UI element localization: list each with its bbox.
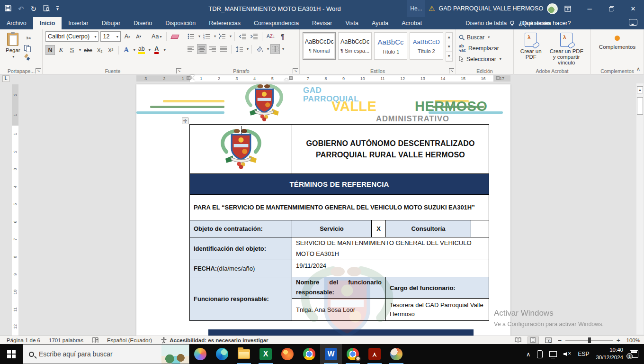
multilevel-list-icon[interactable] [217,31,227,41]
table-move-handle[interactable]: ✛ [182,118,188,124]
style-normal[interactable]: AaBbCcDc ¶ Normal [303,32,336,60]
taskbar-firefox[interactable] [277,344,298,364]
bold-button[interactable]: N [45,45,55,55]
subscript-button[interactable]: X₂ [95,45,105,55]
select-button[interactable]: Seleccionar▾ [459,54,510,64]
minimize-button[interactable]: ─ [579,0,600,17]
align-center-icon[interactable] [197,44,206,54]
borders-icon[interactable] [270,44,280,54]
font-dialog-launcher[interactable]: ↘ [176,68,181,73]
document-canvas[interactable]: 21 123456789101112 [0,82,644,336]
collapse-ribbon-icon[interactable]: ∧ [636,66,640,72]
language-indicator[interactable]: Español (Ecuador) [107,337,152,343]
taskbar-acrobat[interactable]: ⋏ [364,344,385,364]
table-column-marker[interactable] [289,76,293,80]
taskbar-excel[interactable]: X [255,344,277,364]
scrollbar-thumb[interactable] [637,97,643,115]
text-effects-dropdown-icon[interactable]: ▾ [134,48,135,52]
tdr-table[interactable]: GOBIERNO AUTÓNOMO DESCENTRALIZADO PARROQ… [189,124,489,321]
tab-diseno-de-tabla[interactable]: Diseño de tabla [459,17,513,29]
tab-inicio[interactable]: Inicio [33,17,62,29]
italic-button[interactable]: K [56,45,66,55]
create-pdf-button[interactable]: Crear un PDF [517,31,545,67]
tab-ayuda[interactable]: Ayuda [365,17,395,29]
addins-button[interactable]: Complementos [594,31,641,51]
justify-icon[interactable] [219,44,228,54]
close-button[interactable]: ✕ [622,0,644,17]
taskbar-chrome-profile[interactable] [342,344,364,364]
print-preview-icon[interactable] [43,5,50,12]
indent-marker[interactable] [190,75,195,82]
restore-button[interactable] [600,0,622,17]
styles-scroll-up-icon[interactable]: ▲ [446,33,452,42]
font-color-button[interactable]: A [152,45,161,55]
grow-font-button[interactable]: A▴ [123,32,132,42]
show-marks-icon[interactable]: ¶ [278,31,287,41]
change-case-button[interactable]: Aa▾ [151,32,163,42]
tab-disposicion[interactable]: Disposición [159,17,202,29]
ribbon-display-options-icon[interactable] [557,0,579,17]
replace-button[interactable]: ab⤷ac Reemplazar [459,43,510,53]
redo-icon[interactable]: ↻ [31,5,37,12]
tab-revisar[interactable]: Revisar [305,17,339,29]
tab-vista[interactable]: Vista [339,17,365,29]
underline-dropdown-icon[interactable]: ▾ [79,48,81,52]
word-count[interactable]: 1701 palabras [49,337,83,343]
taskbar-edge[interactable] [211,344,233,364]
zoom-in-icon[interactable]: + [617,337,620,344]
page-indicator[interactable]: Página 1 de 6 [7,337,40,343]
align-right-icon[interactable] [208,44,217,54]
highlight-button[interactable]: ab [137,45,146,55]
undo-icon[interactable]: ↶ [18,5,24,12]
save-icon[interactable] [5,5,11,12]
tab-correspondencia[interactable]: Correspondencia [247,17,305,29]
start-button[interactable] [0,344,23,364]
tab-diseno[interactable]: Diseño [127,17,159,29]
tab-referencias[interactable]: Referencias [202,17,247,29]
tab-insertar[interactable]: Insertar [62,17,95,29]
styles-scroll-down-icon[interactable]: ▼ [446,42,452,52]
accessibility-status[interactable]: Accesibilidad: es necesario investigar [161,337,268,344]
font-size-select[interactable]: 12▾ [100,31,120,42]
styles-gallery-more-icon[interactable]: ▼̲ [446,52,452,61]
format-painter-icon[interactable] [24,54,31,61]
print-layout-icon[interactable] [528,337,539,344]
taskbar-copilot[interactable] [189,344,211,364]
paste-dropdown-icon[interactable]: ▾ [12,55,14,59]
font-color-dropdown-icon[interactable]: ▾ [164,48,166,52]
document-page[interactable]: GAD PARROQUIAL VALLE HERMOSO ADMINISTRAT… [136,84,510,336]
proofing-icon[interactable] [92,337,98,343]
strikethrough-button[interactable]: abc [82,45,94,55]
create-pdf-share-button[interactable]: Crear un PDF y compartir vínculo [545,31,588,67]
shading-icon[interactable] [255,44,265,54]
align-left-icon[interactable] [186,44,196,54]
zoom-slider-thumb[interactable] [588,337,591,343]
vertical-scrollbar[interactable]: ▲ [636,83,644,335]
office-account[interactable]: ⚠ GAD PARROQUIAL VALLE HERMOSO [429,0,558,17]
tab-dibujar[interactable]: Dibujar [95,17,127,29]
find-button[interactable]: Buscar▾ [459,32,510,42]
taskbar-paint-app[interactable] [385,344,407,364]
copy-icon[interactable] [24,45,31,52]
paragraph-dialog-launcher[interactable]: ↘ [293,68,298,73]
taskbar-file-explorer[interactable] [233,344,255,364]
taskbar-search[interactable]: Escribe aquí para buscar [23,344,189,364]
zoom-out-icon[interactable]: − [558,337,562,344]
text-effects-button[interactable]: A [122,45,131,55]
account-avatar[interactable] [547,3,558,14]
zoom-slider[interactable] [565,340,613,341]
font-name-select[interactable]: Calibri (Cuerpo)▾ [45,31,98,42]
tab-archivo[interactable]: Archivo [0,17,33,29]
sort-icon[interactable]: AZ↓ [265,31,277,41]
read-mode-icon[interactable] [512,337,524,344]
tray-chevron-icon[interactable]: ∧ [523,344,534,364]
style-titulo-1[interactable]: AaBbCc Título 1 [374,32,407,60]
cut-icon[interactable]: ✂ [24,33,34,43]
bullets-icon[interactable] [186,31,196,41]
line-spacing-icon[interactable] [234,44,244,54]
tell-me-box[interactable]: ¿Qué desea hacer? [509,17,571,29]
search-daily-image[interactable] [161,345,189,364]
numbering-icon[interactable]: 123 [202,31,212,41]
tab-acrobat[interactable]: Acrobat [395,17,429,29]
customize-qat-icon[interactable]: ▾ [56,6,59,11]
